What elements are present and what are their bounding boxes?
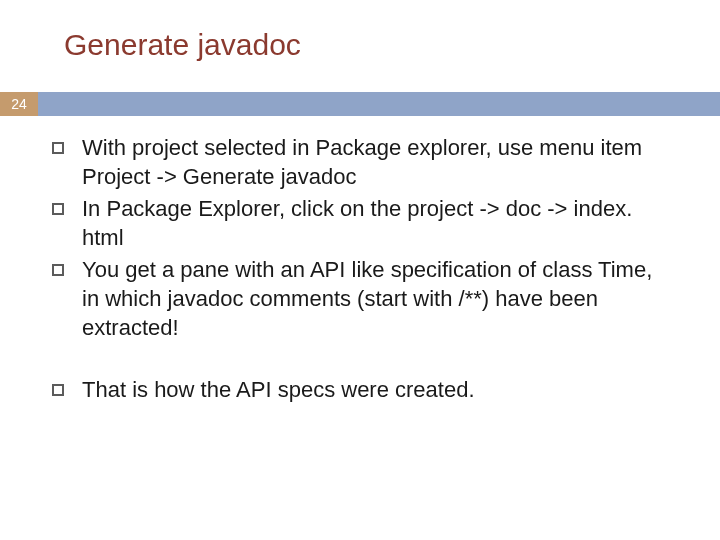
bullet-icon: [52, 203, 64, 215]
list-item: You get a pane with an API like specific…: [52, 256, 668, 342]
header-bar: 24: [0, 92, 720, 116]
slide-title: Generate javadoc: [64, 28, 301, 62]
bullet-text: You get a pane with an API like specific…: [82, 256, 668, 342]
bullet-icon: [52, 384, 64, 396]
bullet-text: With project selected in Package explore…: [82, 134, 668, 191]
list-item: That is how the API specs were created.: [52, 376, 668, 405]
list-item: With project selected in Package explore…: [52, 134, 668, 191]
bullet-text: That is how the API specs were created.: [82, 376, 475, 405]
bullet-icon: [52, 142, 64, 154]
list-item: In Package Explorer, click on the projec…: [52, 195, 668, 252]
slide-content: With project selected in Package explore…: [52, 134, 668, 409]
slide: Generate javadoc 24 With project selecte…: [0, 0, 720, 540]
bullet-text: In Package Explorer, click on the projec…: [82, 195, 668, 252]
header-bar-fill: [38, 92, 720, 116]
page-number-badge: 24: [0, 92, 38, 116]
bullet-icon: [52, 264, 64, 276]
